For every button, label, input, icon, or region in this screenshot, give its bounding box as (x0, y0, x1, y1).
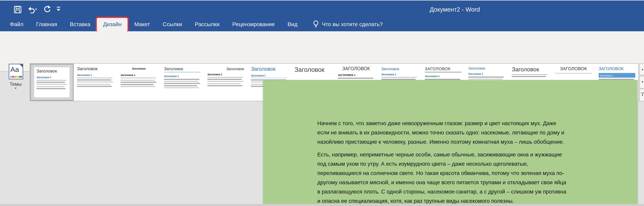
tab-Ссылки[interactable]: Ссылки (156, 18, 188, 31)
ribbon-tab-bar: ФайлГлавнаяВставкаДизайнМакетСсылкиРассы… (0, 18, 644, 31)
paragraph: Начнем с того, что заметно даже невооруж… (317, 119, 611, 147)
tab-Макет[interactable]: Макет (128, 18, 156, 31)
tell-me-search[interactable]: Что вы хотите сделать? (313, 18, 383, 31)
lightbulb-icon (313, 20, 319, 28)
style-set-thumbnail[interactable]: ЗаголовокЗаголовок 1 (74, 64, 117, 101)
ribbon: Аа Темы ▾ ЗаголовокЗаголовок 1ЗаголовокЗ… (0, 31, 644, 72)
tab-Вид[interactable]: Вид (281, 18, 304, 31)
style-set-thumbnail[interactable]: ЗаголовокЗаголовок 1 (30, 64, 74, 101)
title-bar: Документ2 - Word (0, 0, 644, 18)
tab-Файл[interactable]: Файл (4, 18, 30, 31)
window-title: Документ2 - Word (0, 1, 644, 18)
document-page[interactable]: Начнем с того, что заметно даже невооруж… (263, 80, 638, 204)
chevron-down-icon: ▾ (15, 87, 16, 90)
paragraph: Есть, например, неприметные черные особи… (317, 150, 611, 204)
gallery-scrollbar: ▲ ▼ ▼ (639, 63, 644, 101)
style-set-thumbnail[interactable]: ЗаголовокЗаголовок 1 (204, 64, 248, 101)
themes-icon: Аа (8, 64, 23, 79)
style-set-thumbnail[interactable]: ЗаголовокЗаголовок 1 (117, 64, 160, 101)
document-text: Начнем с того, что заметно даже невооруж… (317, 119, 611, 204)
tab-Вставка[interactable]: Вставка (64, 18, 97, 31)
tab-Дизайн[interactable]: Дизайн (97, 18, 128, 31)
themes-label: Темы (10, 81, 22, 87)
tab-Главная[interactable]: Главная (30, 18, 64, 31)
themes-button[interactable]: Аа Темы ▾ (4, 64, 28, 90)
gallery-more-button[interactable]: ▼ (639, 89, 644, 102)
word-window: Документ2 - Word ФайлГлавнаяВставкаДизай… (0, 0, 644, 206)
tab-Рецензирование[interactable]: Рецензирование (226, 18, 281, 31)
style-set-thumbnail[interactable]: ЗаголовокЗаголовок 1 (160, 64, 204, 101)
gallery-scroll-up-button[interactable]: ▲ (639, 63, 644, 76)
tab-Рассылки[interactable]: Рассылки (188, 18, 226, 31)
tab-bar: ФайлГлавнаяВставкаДизайнМакетСсылкиРассы… (4, 18, 304, 31)
tell-me-label: Что вы хотите сделать? (322, 21, 383, 28)
gallery-scroll-down-button[interactable]: ▼ (639, 76, 644, 88)
window-bottom-edge (0, 204, 644, 206)
